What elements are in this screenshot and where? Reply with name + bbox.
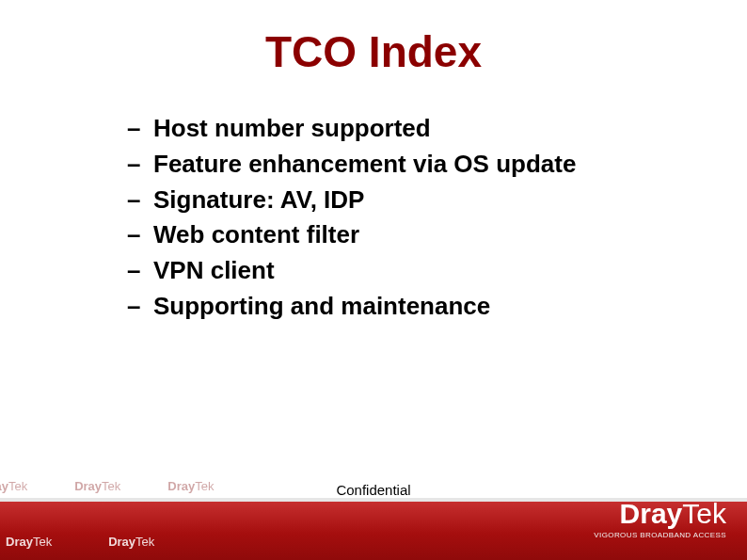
bullet-text: Host number supported <box>153 113 431 145</box>
footer-ghost-strip: DrayTek DrayTek <box>0 535 154 549</box>
footer-band: DrayTek DrayTek DrayTek VIGOROUS BROADBA… <box>0 500 747 560</box>
brand-light: Tek <box>33 535 52 549</box>
dash-icon: – <box>127 219 153 251</box>
confidential-label: Confidential <box>0 482 747 498</box>
list-item: – VPN client <box>127 255 710 287</box>
brand-light: Tek <box>682 498 726 529</box>
footer: DrayTek DrayTek DrayTek Confidential Dra… <box>0 470 747 560</box>
brand-bold: Dray <box>108 535 135 549</box>
dash-icon: – <box>127 113 153 145</box>
dash-icon: – <box>127 255 153 287</box>
brand-light: Tek <box>135 535 154 549</box>
brand-logo: DrayTek <box>594 500 726 528</box>
brand-tagline: VIGOROUS BROADBAND ACCESS <box>594 532 726 539</box>
bullet-text: Web content filter <box>153 219 359 251</box>
bullet-list: – Host number supported – Feature enhanc… <box>127 113 710 327</box>
dash-icon: – <box>127 184 153 216</box>
bullet-text: Signature: AV, IDP <box>153 184 364 216</box>
bullet-text: VPN client <box>153 255 275 287</box>
ghost-logo: DrayTek <box>6 535 52 549</box>
slide: TCO Index – Host number supported – Feat… <box>0 0 747 560</box>
dash-icon: – <box>127 291 153 323</box>
brand-block: DrayTek VIGOROUS BROADBAND ACCESS <box>594 500 726 539</box>
brand-bold: Dray <box>620 498 683 529</box>
list-item: – Web content filter <box>127 219 710 251</box>
dash-icon: – <box>127 149 153 181</box>
brand-bold: Dray <box>6 535 33 549</box>
list-item: – Supporting and maintenance <box>127 291 710 323</box>
bullet-text: Feature enhancement via OS update <box>153 149 576 181</box>
bullet-text: Supporting and maintenance <box>153 291 490 323</box>
slide-title: TCO Index <box>0 26 747 77</box>
ghost-logo: DrayTek <box>108 535 154 549</box>
list-item: – Host number supported <box>127 113 710 145</box>
list-item: – Signature: AV, IDP <box>127 184 710 216</box>
list-item: – Feature enhancement via OS update <box>127 149 710 181</box>
